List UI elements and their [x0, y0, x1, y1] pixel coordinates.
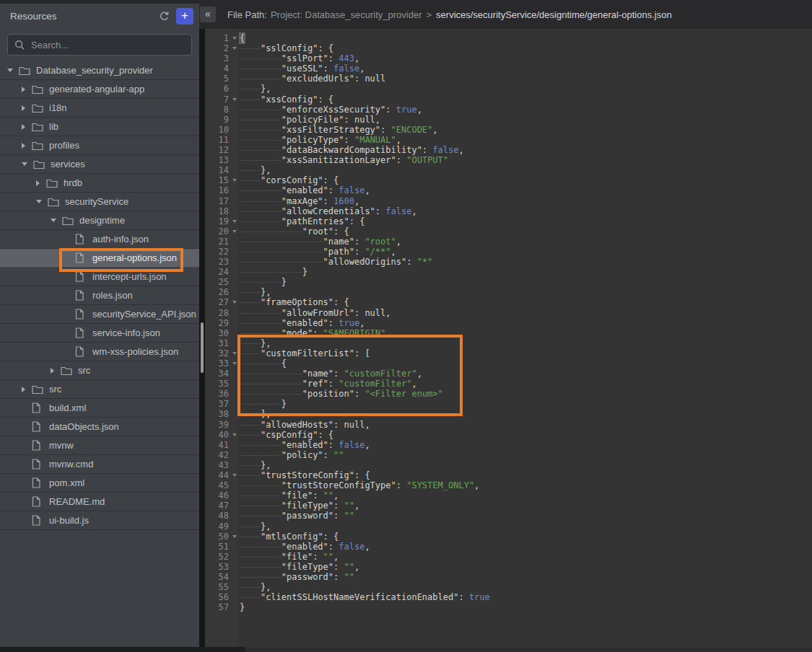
sidebar-scrollbar-track[interactable] — [199, 29, 205, 652]
code-line-20[interactable]: "root": { — [240, 226, 812, 237]
code-line-9[interactable]: "policyFile": null, — [240, 115, 812, 125]
caret-down-icon[interactable] — [7, 69, 13, 72]
code-line-21[interactable]: "name": "root", — [240, 237, 812, 247]
code-line-53[interactable]: "fileType": "", — [240, 562, 812, 572]
code-line-48[interactable]: "password": "" — [240, 511, 812, 521]
code-line-17[interactable]: "maxAge": 1600, — [240, 196, 812, 206]
code-line-1[interactable]: { — [240, 33, 812, 43]
caret-right-icon[interactable] — [36, 180, 40, 186]
code-line-37[interactable]: } — [240, 399, 812, 409]
caret-right-icon[interactable] — [22, 105, 26, 111]
tree-item-build-xml[interactable]: build.xml — [0, 399, 199, 418]
code-line-43[interactable]: }, — [240, 460, 812, 470]
code-line-30[interactable]: "mode": "SAMEORIGIN" — [240, 328, 812, 338]
code-line-54[interactable]: "password": "" — [240, 572, 812, 582]
fold-icon[interactable] — [232, 474, 237, 477]
code-line-47[interactable]: "fileType": "", — [240, 501, 812, 511]
horizontal-scrollbar-track[interactable] — [0, 647, 245, 652]
caret-down-icon[interactable] — [36, 200, 42, 203]
tree-item-dataobjects-json[interactable]: dataObjects.json — [0, 418, 199, 436]
code-line-22[interactable]: "path": "/**", — [240, 247, 812, 257]
code-line-16[interactable]: "enabled": false, — [240, 185, 812, 195]
caret-right-icon[interactable] — [22, 87, 26, 92]
tree-item-profiles[interactable]: profiles — [0, 136, 199, 155]
caret-right-icon[interactable] — [22, 124, 26, 130]
tree-item-generated-angular-app[interactable]: generated-angular-app — [0, 80, 199, 99]
tree-item-readme-md[interactable]: README.md — [0, 493, 199, 511]
code-line-51[interactable]: "enabled": false, — [240, 542, 812, 552]
caret-down-icon[interactable] — [51, 219, 56, 222]
tree-item-wm-xss-policies-json[interactable]: wm-xss-policies.json — [0, 343, 199, 361]
code-line-45[interactable]: "trustStoreConfigType": "SYSTEM_ONLY", — [240, 480, 812, 490]
fold-icon[interactable] — [232, 98, 237, 101]
tree-item-src[interactable]: src — [0, 380, 199, 399]
code-line-27[interactable]: "frameOptions": { — [240, 297, 812, 307]
fold-icon[interactable] — [232, 179, 237, 182]
tree-item-lib[interactable]: lib — [0, 118, 199, 136]
tree-item-intercept-urls-json[interactable]: intercept-urls.json — [0, 268, 199, 286]
code-line-19[interactable]: "pathEntries": { — [240, 216, 812, 226]
tree-item-roles-json[interactable]: roles.json — [0, 286, 199, 305]
tree-item-src[interactable]: src — [0, 361, 199, 380]
fold-icon[interactable] — [232, 433, 237, 436]
code-line-33[interactable]: { — [240, 358, 812, 369]
fold-icon[interactable] — [232, 220, 237, 223]
collapse-sidebar-button[interactable]: « — [200, 6, 216, 22]
tree-item-hrdb[interactable]: hrdb — [0, 174, 199, 193]
code-line-55[interactable]: }, — [240, 582, 812, 592]
code-line-2[interactable]: "sslConfig": { — [240, 43, 812, 53]
code-line-14[interactable]: }, — [240, 165, 812, 175]
code-line-41[interactable]: "enabled": false, — [240, 440, 812, 450]
code-line-49[interactable]: }, — [240, 521, 812, 532]
code-line-18[interactable]: "allowCredentials": false, — [240, 206, 812, 216]
code-line-26[interactable]: }, — [240, 287, 812, 297]
code-line-44[interactable]: "trustStoreConfig": { — [240, 470, 812, 480]
code-line-25[interactable]: } — [240, 277, 812, 287]
code-line-57[interactable]: } — [240, 602, 812, 612]
tree-item-auth-info-json[interactable]: auth-info.json — [0, 230, 199, 249]
code-line-39[interactable]: "allowedHosts": null, — [240, 420, 812, 430]
tree-item-securityservice-api-json[interactable]: securityService_API.json — [0, 305, 199, 324]
code-line-42[interactable]: "policy": "" — [240, 450, 812, 460]
code-line-4[interactable]: "useSSL": false, — [240, 63, 812, 74]
fold-icon[interactable] — [232, 230, 237, 233]
code-line-24[interactable]: } — [240, 267, 812, 277]
code-line-28[interactable]: "allowFromUrl": null, — [240, 308, 812, 318]
code-line-8[interactable]: "enforceXssSecurity": true, — [240, 105, 812, 115]
code-line-13[interactable]: "xssSanitizationLayer": "OUTPUT" — [240, 155, 812, 165]
refresh-button[interactable] — [157, 10, 170, 23]
code-line-23[interactable]: "allowedOrigins": "*" — [240, 257, 812, 267]
code-line-15[interactable]: "corsConfig": { — [240, 175, 812, 185]
fold-icon[interactable] — [232, 47, 237, 50]
code-line-32[interactable]: "customFilterList": [ — [240, 348, 812, 358]
tree-item-ui-build-js[interactable]: ui-build.js — [0, 511, 199, 530]
code-content[interactable]: { "sslConfig": { "sslPort": 443, "useSSL… — [238, 29, 812, 647]
code-line-11[interactable]: "policyType": "MANUAL", — [240, 135, 812, 145]
caret-right-icon[interactable] — [51, 368, 55, 374]
tree-item-designtime[interactable]: designtime — [0, 211, 199, 230]
fold-icon[interactable] — [232, 37, 237, 40]
fold-icon[interactable] — [232, 352, 237, 355]
code-line-5[interactable]: "excludedUrls": null — [240, 74, 812, 84]
code-line-52[interactable]: "file": "", — [240, 552, 812, 562]
code-line-6[interactable]: }, — [240, 84, 812, 94]
tree-item-service-info-json[interactable]: service-info.json — [0, 324, 199, 343]
code-line-12[interactable]: "dataBackwardCompatibility": false, — [240, 145, 812, 155]
code-line-34[interactable]: "name": "customFilter", — [240, 369, 812, 379]
tree-item-securityservice[interactable]: securityService — [0, 193, 199, 211]
caret-right-icon[interactable] — [22, 387, 26, 392]
caret-down-icon[interactable] — [22, 162, 27, 166]
code-line-31[interactable]: }, — [240, 338, 812, 348]
code-line-38[interactable]: ], — [240, 409, 812, 419]
add-resource-button[interactable]: + — [176, 8, 193, 25]
code-line-3[interactable]: "sslPort": 443, — [240, 53, 812, 63]
code-line-56[interactable]: "clientSSLHostNameVerificationEnabled": … — [240, 592, 812, 602]
tree-item-general-options-json[interactable]: general-options.json — [0, 249, 199, 268]
tree-item-pom-xml[interactable]: pom.xml — [0, 474, 199, 493]
sidebar-scrollbar-thumb[interactable] — [201, 322, 204, 373]
code-line-50[interactable]: "mtlsConfig": { — [240, 532, 812, 542]
code-line-29[interactable]: "enabled": true, — [240, 318, 812, 328]
tree-item-services[interactable]: services — [0, 155, 199, 174]
fold-icon[interactable] — [232, 362, 237, 365]
fold-icon[interactable] — [232, 535, 237, 538]
